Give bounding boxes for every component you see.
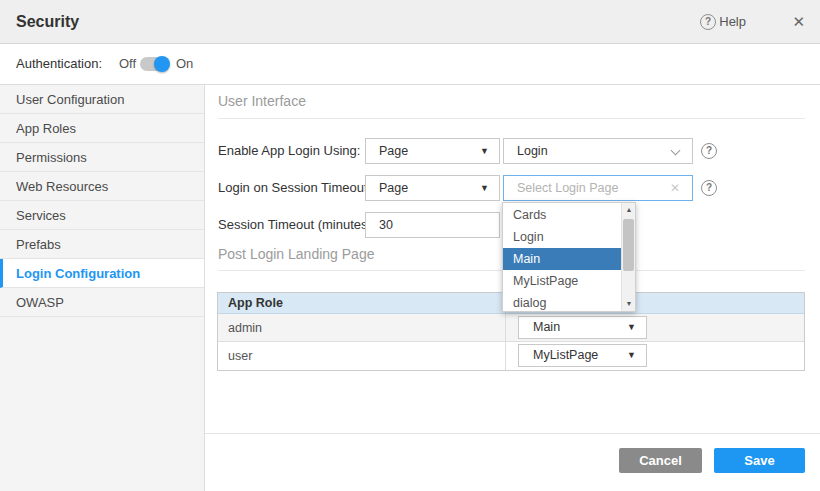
- dropdown-option-cards[interactable]: Cards: [503, 204, 621, 226]
- table-row: admin Main ▼: [218, 314, 804, 342]
- admin-landing-page-value: Main: [533, 320, 560, 334]
- scroll-down-icon[interactable]: ▼: [622, 297, 636, 311]
- close-icon[interactable]: ✕: [792, 0, 805, 44]
- authentication-label: Authentication:: [16, 44, 102, 84]
- scroll-up-icon[interactable]: ▲: [622, 203, 636, 217]
- enable-login-page-select[interactable]: Login: [503, 138, 693, 164]
- timeout-login-row: Login on Session Timeout: Page ▼ Select …: [205, 175, 820, 201]
- sidebar-item-owasp[interactable]: OWASP: [0, 288, 204, 317]
- help-icon[interactable]: ?: [700, 14, 716, 30]
- landing-page-cell: Main ▼: [506, 314, 804, 341]
- caret-down-icon: ▼: [480, 176, 489, 200]
- dropdown-option-list: Cards Login Main MyListPage dialog: [503, 204, 621, 312]
- title-bar: Security ? Help ✕: [0, 0, 820, 44]
- clear-icon[interactable]: ✕: [670, 176, 680, 200]
- footer-divider: [205, 433, 820, 434]
- section-divider: [218, 118, 805, 119]
- chevron-down-icon: [671, 146, 681, 156]
- sidebar: User Configuration App Roles Permissions…: [0, 85, 205, 491]
- page-title: Security: [16, 0, 79, 44]
- timeout-login-type-select[interactable]: Page ▼: [365, 175, 500, 201]
- session-timeout-input[interactable]: 30: [365, 212, 500, 238]
- toggle-knob: [154, 56, 170, 72]
- enable-login-type-value: Page: [379, 144, 408, 158]
- admin-landing-page-select[interactable]: Main ▼: [518, 316, 647, 339]
- enable-login-type-select[interactable]: Page ▼: [365, 138, 500, 164]
- sidebar-item-web-resources[interactable]: Web Resources: [0, 172, 204, 201]
- sidebar-item-permissions[interactable]: Permissions: [0, 143, 204, 172]
- caret-down-icon: ▼: [627, 345, 636, 366]
- timeout-login-label: Login on Session Timeout:: [218, 175, 371, 201]
- main-panel: User Interface Enable App Login Using: P…: [205, 85, 820, 491]
- user-landing-page-value: MyListPage: [533, 348, 598, 362]
- timeout-login-help-icon[interactable]: ?: [701, 180, 717, 196]
- app-role-column-header: App Role: [218, 293, 506, 313]
- sidebar-item-user-configuration[interactable]: User Configuration: [0, 85, 204, 114]
- toggle-on-label: On: [176, 44, 193, 84]
- save-button[interactable]: Save: [714, 448, 805, 473]
- caret-down-icon: ▼: [627, 317, 636, 338]
- role-cell: admin: [218, 314, 506, 341]
- dropdown-scrollbar[interactable]: ▲ ▼: [621, 203, 635, 311]
- scrollbar-thumb[interactable]: [623, 219, 634, 271]
- help-link[interactable]: Help: [719, 0, 746, 44]
- dropdown-option-login[interactable]: Login: [503, 226, 621, 248]
- dropdown-option-main[interactable]: Main: [503, 248, 621, 270]
- user-landing-page-select[interactable]: MyListPage ▼: [518, 344, 647, 367]
- session-timeout-label: Session Timeout (minutes):: [218, 212, 376, 238]
- enable-app-login-label: Enable App Login Using:: [218, 138, 360, 164]
- enable-app-login-row: Enable App Login Using: Page ▼ Login ?: [205, 138, 820, 164]
- sidebar-item-services[interactable]: Services: [0, 201, 204, 230]
- dropdown-option-dialog[interactable]: dialog: [503, 292, 621, 312]
- table-row: user MyListPage ▼: [218, 342, 804, 370]
- enable-login-help-icon[interactable]: ?: [701, 143, 717, 159]
- authentication-bar: Authentication: Off On: [0, 44, 820, 85]
- timeout-login-type-value: Page: [379, 181, 408, 195]
- sidebar-item-login-configuration[interactable]: Login Configuration: [0, 259, 204, 288]
- caret-down-icon: ▼: [480, 139, 489, 163]
- cancel-button[interactable]: Cancel: [619, 448, 702, 473]
- section-title-post-login: Post Login Landing Page: [218, 246, 374, 262]
- sidebar-item-app-roles[interactable]: App Roles: [0, 114, 204, 143]
- select-login-page-combobox[interactable]: Select Login Page ✕: [503, 175, 693, 201]
- dropdown-option-mylistpage[interactable]: MyListPage: [503, 270, 621, 292]
- landing-page-cell: MyListPage ▼: [506, 342, 804, 370]
- combobox-placeholder: Select Login Page: [517, 181, 618, 195]
- role-cell: user: [218, 342, 506, 370]
- authentication-toggle[interactable]: [140, 57, 168, 71]
- login-page-dropdown: Cards Login Main MyListPage dialog ▲ ▼: [502, 202, 636, 312]
- enable-login-page-value: Login: [517, 144, 548, 158]
- sidebar-item-prefabs[interactable]: Prefabs: [0, 230, 204, 259]
- toggle-off-label: Off: [119, 44, 136, 84]
- section-title-user-interface: User Interface: [218, 93, 306, 109]
